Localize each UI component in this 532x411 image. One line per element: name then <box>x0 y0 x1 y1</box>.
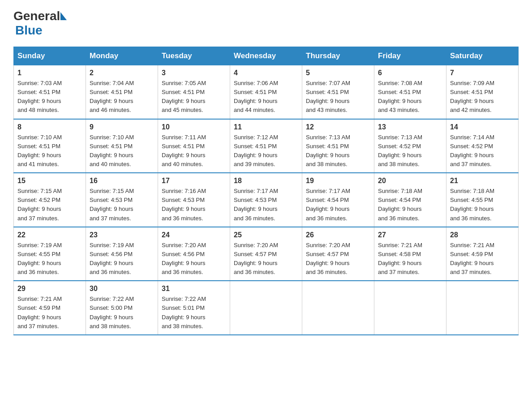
calendar-day-cell: 14 Sunrise: 7:14 AMSunset: 4:52 PMDaylig… <box>446 119 519 173</box>
calendar-day-cell: 20 Sunrise: 7:18 AMSunset: 4:54 PMDaylig… <box>374 173 446 227</box>
calendar-day-cell: 9 Sunrise: 7:10 AMSunset: 4:51 PMDayligh… <box>86 119 158 173</box>
day-number: 24 <box>162 231 226 239</box>
calendar-day-cell <box>374 281 446 335</box>
day-number: 7 <box>450 69 515 77</box>
calendar-day-cell: 6 Sunrise: 7:08 AMSunset: 4:51 PMDayligh… <box>374 65 446 119</box>
day-number: 16 <box>90 177 154 185</box>
day-number: 31 <box>162 285 226 293</box>
day-info: Sunrise: 7:22 AMSunset: 5:00 PMDaylight:… <box>90 295 134 329</box>
calendar-day-cell: 29 Sunrise: 7:21 AMSunset: 4:59 PMDaylig… <box>14 281 86 335</box>
page-header: General Blue <box>13 9 519 38</box>
day-info: Sunrise: 7:10 AMSunset: 4:51 PMDaylight:… <box>90 134 134 167</box>
calendar-day-cell: 31 Sunrise: 7:22 AMSunset: 5:01 PMDaylig… <box>158 281 230 335</box>
day-number: 2 <box>90 69 154 77</box>
day-info: Sunrise: 7:17 AMSunset: 4:53 PMDaylight:… <box>234 188 278 221</box>
day-info: Sunrise: 7:21 AMSunset: 4:59 PMDaylight:… <box>17 295 62 329</box>
calendar-day-cell: 21 Sunrise: 7:18 AMSunset: 4:55 PMDaylig… <box>446 173 519 227</box>
day-info: Sunrise: 7:03 AMSunset: 4:51 PMDaylight:… <box>17 80 62 113</box>
day-info: Sunrise: 7:07 AMSunset: 4:51 PMDaylight:… <box>306 80 350 113</box>
calendar-day-cell: 19 Sunrise: 7:17 AMSunset: 4:54 PMDaylig… <box>302 173 374 227</box>
day-of-week-header: Tuesday <box>158 47 230 65</box>
calendar-day-cell: 23 Sunrise: 7:19 AMSunset: 4:56 PMDaylig… <box>86 227 158 281</box>
day-number: 14 <box>450 123 515 131</box>
calendar-week-row: 15 Sunrise: 7:15 AMSunset: 4:52 PMDaylig… <box>14 173 519 227</box>
day-info: Sunrise: 7:15 AMSunset: 4:52 PMDaylight:… <box>17 188 62 221</box>
day-number: 15 <box>17 177 82 185</box>
day-number: 6 <box>378 69 442 77</box>
calendar-day-cell: 28 Sunrise: 7:21 AMSunset: 4:59 PMDaylig… <box>446 227 519 281</box>
calendar-week-row: 1 Sunrise: 7:03 AMSunset: 4:51 PMDayligh… <box>14 65 519 119</box>
logo-blue-text: Blue <box>15 23 43 37</box>
day-info: Sunrise: 7:19 AMSunset: 4:55 PMDaylight:… <box>17 242 62 275</box>
calendar-day-cell: 11 Sunrise: 7:12 AMSunset: 4:51 PMDaylig… <box>230 119 302 173</box>
calendar-day-cell: 30 Sunrise: 7:22 AMSunset: 5:00 PMDaylig… <box>86 281 158 335</box>
day-info: Sunrise: 7:19 AMSunset: 4:56 PMDaylight:… <box>90 242 134 275</box>
day-number: 25 <box>234 231 298 239</box>
day-info: Sunrise: 7:09 AMSunset: 4:51 PMDaylight:… <box>450 80 494 113</box>
day-info: Sunrise: 7:10 AMSunset: 4:51 PMDaylight:… <box>17 134 62 167</box>
logo: General Blue <box>13 9 67 38</box>
calendar-day-cell: 7 Sunrise: 7:09 AMSunset: 4:51 PMDayligh… <box>446 65 519 119</box>
day-info: Sunrise: 7:13 AMSunset: 4:51 PMDaylight:… <box>306 134 350 167</box>
calendar-day-cell: 4 Sunrise: 7:06 AMSunset: 4:51 PMDayligh… <box>230 65 302 119</box>
day-number: 19 <box>306 177 370 185</box>
calendar-week-row: 8 Sunrise: 7:10 AMSunset: 4:51 PMDayligh… <box>14 119 519 173</box>
day-info: Sunrise: 7:05 AMSunset: 4:51 PMDaylight:… <box>162 80 206 113</box>
calendar-day-cell: 13 Sunrise: 7:13 AMSunset: 4:52 PMDaylig… <box>374 119 446 173</box>
day-info: Sunrise: 7:21 AMSunset: 4:58 PMDaylight:… <box>378 242 422 275</box>
day-number: 10 <box>162 123 226 131</box>
day-info: Sunrise: 7:20 AMSunset: 4:57 PMDaylight:… <box>306 242 350 275</box>
day-number: 17 <box>162 177 226 185</box>
day-of-week-header: Monday <box>86 47 158 65</box>
calendar-day-cell: 5 Sunrise: 7:07 AMSunset: 4:51 PMDayligh… <box>302 65 374 119</box>
day-info: Sunrise: 7:12 AMSunset: 4:51 PMDaylight:… <box>234 134 278 167</box>
day-number: 23 <box>90 231 154 239</box>
calendar-day-cell: 17 Sunrise: 7:16 AMSunset: 4:53 PMDaylig… <box>158 173 230 227</box>
day-info: Sunrise: 7:18 AMSunset: 4:55 PMDaylight:… <box>450 188 494 221</box>
day-info: Sunrise: 7:21 AMSunset: 4:59 PMDaylight:… <box>450 242 494 275</box>
day-info: Sunrise: 7:13 AMSunset: 4:52 PMDaylight:… <box>378 134 422 167</box>
day-number: 22 <box>17 231 82 239</box>
calendar-week-row: 22 Sunrise: 7:19 AMSunset: 4:55 PMDaylig… <box>14 227 519 281</box>
day-info: Sunrise: 7:14 AMSunset: 4:52 PMDaylight:… <box>450 134 494 167</box>
logo-arrow-icon <box>60 12 67 20</box>
calendar-day-cell <box>230 281 302 335</box>
calendar-day-cell: 10 Sunrise: 7:11 AMSunset: 4:51 PMDaylig… <box>158 119 230 173</box>
calendar-day-cell: 8 Sunrise: 7:10 AMSunset: 4:51 PMDayligh… <box>14 119 86 173</box>
day-number: 27 <box>378 231 442 239</box>
day-info: Sunrise: 7:06 AMSunset: 4:51 PMDaylight:… <box>234 80 278 113</box>
day-number: 4 <box>234 69 298 77</box>
calendar-day-cell: 12 Sunrise: 7:13 AMSunset: 4:51 PMDaylig… <box>302 119 374 173</box>
calendar-table: SundayMondayTuesdayWednesdayThursdayFrid… <box>13 47 519 335</box>
day-of-week-header: Saturday <box>446 47 519 65</box>
day-number: 21 <box>450 177 515 185</box>
calendar-day-cell <box>302 281 374 335</box>
day-info: Sunrise: 7:04 AMSunset: 4:51 PMDaylight:… <box>90 80 134 113</box>
day-info: Sunrise: 7:18 AMSunset: 4:54 PMDaylight:… <box>378 188 422 221</box>
day-of-week-header: Thursday <box>302 47 374 65</box>
day-number: 11 <box>234 123 298 131</box>
day-number: 1 <box>17 69 82 77</box>
calendar-day-cell: 26 Sunrise: 7:20 AMSunset: 4:57 PMDaylig… <box>302 227 374 281</box>
day-number: 8 <box>17 123 82 131</box>
day-info: Sunrise: 7:20 AMSunset: 4:56 PMDaylight:… <box>162 242 206 275</box>
calendar-day-cell: 16 Sunrise: 7:15 AMSunset: 4:53 PMDaylig… <box>86 173 158 227</box>
day-info: Sunrise: 7:15 AMSunset: 4:53 PMDaylight:… <box>90 188 134 221</box>
day-of-week-header: Wednesday <box>230 47 302 65</box>
day-info: Sunrise: 7:11 AMSunset: 4:51 PMDaylight:… <box>162 134 206 167</box>
day-info: Sunrise: 7:16 AMSunset: 4:53 PMDaylight:… <box>162 188 206 221</box>
calendar-day-cell: 3 Sunrise: 7:05 AMSunset: 4:51 PMDayligh… <box>158 65 230 119</box>
day-number: 18 <box>234 177 298 185</box>
logo-general-text: General <box>13 9 60 23</box>
day-number: 13 <box>378 123 442 131</box>
calendar-day-cell: 1 Sunrise: 7:03 AMSunset: 4:51 PMDayligh… <box>14 65 86 119</box>
day-number: 12 <box>306 123 370 131</box>
day-number: 29 <box>17 285 82 293</box>
day-info: Sunrise: 7:20 AMSunset: 4:57 PMDaylight:… <box>234 242 278 275</box>
day-info: Sunrise: 7:08 AMSunset: 4:51 PMDaylight:… <box>378 80 422 113</box>
day-of-week-header: Sunday <box>14 47 86 65</box>
calendar-day-cell: 2 Sunrise: 7:04 AMSunset: 4:51 PMDayligh… <box>86 65 158 119</box>
calendar-day-cell: 27 Sunrise: 7:21 AMSunset: 4:58 PMDaylig… <box>374 227 446 281</box>
day-number: 3 <box>162 69 226 77</box>
calendar-header-row: SundayMondayTuesdayWednesdayThursdayFrid… <box>14 47 519 65</box>
